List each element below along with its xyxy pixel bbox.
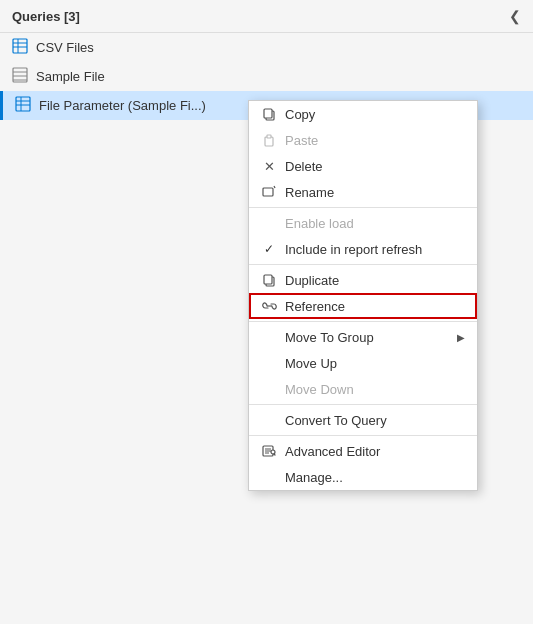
query-item-csv[interactable]: CSV Files [0, 33, 533, 62]
svg-rect-13 [264, 109, 272, 118]
table-icon-csv [12, 38, 28, 57]
menu-item-copy[interactable]: Copy [249, 101, 477, 127]
reference-icon [261, 298, 277, 314]
menu-item-enable-load[interactable]: Enable load [249, 210, 477, 236]
manage-icon [261, 469, 277, 485]
checkmark-icon: ✓ [261, 241, 277, 257]
menu-item-rename[interactable]: Rename [249, 179, 477, 205]
svg-rect-15 [267, 135, 271, 138]
menu-item-delete[interactable]: ✕ Delete [249, 153, 477, 179]
menu-move-to-group-label: Move To Group [285, 330, 449, 345]
sidebar-header: Queries [3] ❮ [0, 0, 533, 33]
table-icon-fileparam [15, 96, 31, 115]
separator-3 [249, 321, 477, 322]
menu-delete-label: Delete [285, 159, 465, 174]
query-label-fileparam: File Parameter (Sample Fi...) [39, 98, 206, 113]
move-up-icon [261, 355, 277, 371]
svg-rect-16 [263, 188, 273, 196]
menu-rename-label: Rename [285, 185, 465, 200]
menu-item-move-to-group[interactable]: Move To Group ▶ [249, 324, 477, 350]
submenu-arrow: ▶ [457, 332, 465, 343]
advanced-editor-icon [261, 443, 277, 459]
table-icon-sample [12, 67, 28, 86]
menu-copy-label: Copy [285, 107, 465, 122]
context-menu: Copy Paste ✕ Delete [248, 100, 478, 491]
menu-include-report-label: Include in report refresh [285, 242, 465, 257]
enable-load-icon [261, 215, 277, 231]
menu-item-paste[interactable]: Paste [249, 127, 477, 153]
menu-item-duplicate[interactable]: Duplicate [249, 267, 477, 293]
menu-paste-label: Paste [285, 133, 465, 148]
menu-item-manage[interactable]: Manage... [249, 464, 477, 490]
menu-duplicate-label: Duplicate [285, 273, 465, 288]
paste-icon [261, 132, 277, 148]
move-down-icon [261, 381, 277, 397]
move-to-group-icon [261, 329, 277, 345]
menu-item-advanced[interactable]: Advanced Editor [249, 438, 477, 464]
delete-icon: ✕ [261, 158, 277, 174]
separator-5 [249, 435, 477, 436]
copy-icon [261, 106, 277, 122]
sidebar-title: Queries [3] [12, 9, 80, 24]
query-label-csv: CSV Files [36, 40, 94, 55]
menu-manage-label: Manage... [285, 470, 465, 485]
menu-convert-label: Convert To Query [285, 413, 465, 428]
menu-move-up-label: Move Up [285, 356, 465, 371]
menu-item-include-report[interactable]: ✓ Include in report refresh [249, 236, 477, 262]
svg-line-17 [274, 186, 275, 188]
sidebar: Queries [3] ❮ CSV Files Sample File [0, 0, 533, 624]
collapse-button[interactable]: ❮ [509, 8, 521, 24]
separator-2 [249, 264, 477, 265]
menu-enable-load-label: Enable load [285, 216, 465, 231]
separator-1 [249, 207, 477, 208]
menu-reference-label: Reference [285, 299, 465, 314]
duplicate-icon [261, 272, 277, 288]
svg-rect-19 [264, 275, 272, 284]
menu-advanced-label: Advanced Editor [285, 444, 465, 459]
menu-item-convert[interactable]: Convert To Query [249, 407, 477, 433]
convert-icon [261, 412, 277, 428]
query-item-sample[interactable]: Sample File [0, 62, 533, 91]
query-label-sample: Sample File [36, 69, 105, 84]
separator-4 [249, 404, 477, 405]
svg-rect-8 [16, 97, 30, 111]
svg-rect-0 [13, 39, 27, 53]
menu-item-reference[interactable]: Reference [249, 293, 477, 319]
svg-point-25 [271, 450, 275, 454]
menu-item-move-up[interactable]: Move Up [249, 350, 477, 376]
rename-icon [261, 184, 277, 200]
menu-move-down-label: Move Down [285, 382, 465, 397]
menu-item-move-down[interactable]: Move Down [249, 376, 477, 402]
